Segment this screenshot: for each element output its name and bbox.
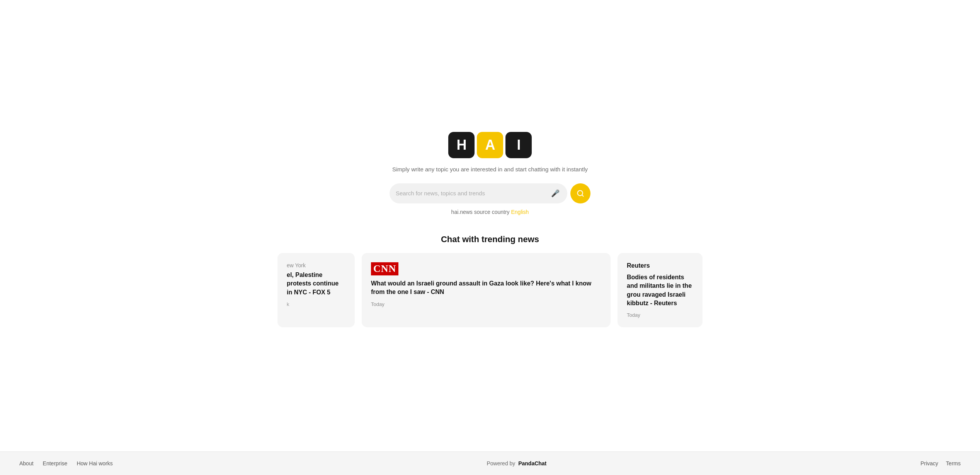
footer-link-about[interactable]: About xyxy=(19,460,34,466)
news-card-2-headline: Bodies of residents and militants lie in… xyxy=(627,273,693,308)
logo-h: H xyxy=(448,132,475,158)
cnn-logo: CNN xyxy=(371,262,398,275)
reuters-label: Reuters xyxy=(627,262,693,269)
logo: H A I xyxy=(448,132,532,158)
language-link[interactable]: English xyxy=(511,209,529,215)
footer-link-terms[interactable]: Terms xyxy=(946,460,961,466)
search-button[interactable] xyxy=(570,183,590,203)
search-icon xyxy=(577,190,584,197)
footer-left: About Enterprise How Hai works xyxy=(19,460,113,466)
search-input[interactable] xyxy=(396,190,550,196)
trending-section: Chat with trending news ew York el, Pale… xyxy=(277,234,703,328)
logo-i: I xyxy=(505,132,532,158)
tagline: Simply write any topic you are intereste… xyxy=(392,166,588,173)
search-input-wrapper: 🎤 xyxy=(390,183,567,203)
news-card-2-date: Today xyxy=(627,312,693,318)
trending-title: Chat with trending news xyxy=(277,234,703,244)
news-card-2[interactable]: Reuters Bodies of residents and militant… xyxy=(618,253,703,328)
main-content: H A I Simply write any topic you are int… xyxy=(0,0,980,451)
footer-link-privacy[interactable]: Privacy xyxy=(920,460,938,466)
news-card-1[interactable]: CNN What would an Israeli ground assault… xyxy=(362,253,611,328)
logo-a: A xyxy=(477,132,503,158)
news-card-0[interactable]: ew York el, Palestine protests continue … xyxy=(277,253,355,328)
news-cards-container: ew York el, Palestine protests continue … xyxy=(277,253,703,328)
footer: About Enterprise How Hai works Powered b… xyxy=(0,451,980,475)
news-card-1-date: Today xyxy=(371,301,601,307)
footer-link-how-hai-works[interactable]: How Hai works xyxy=(77,460,112,466)
news-card-0-headline: el, Palestine protests continue in NYC -… xyxy=(287,271,345,297)
search-container: 🎤 xyxy=(390,183,590,203)
footer-link-enterprise[interactable]: Enterprise xyxy=(43,460,68,466)
footer-powered-by: Powered by PandaChat xyxy=(487,460,546,466)
news-card-1-headline: What would an Israeli ground assault in … xyxy=(371,279,601,297)
microphone-icon[interactable]: 🎤 xyxy=(550,188,561,199)
footer-right: Privacy Terms xyxy=(920,460,961,466)
source-country: hai.news source country English xyxy=(451,209,529,215)
svg-line-1 xyxy=(582,195,584,196)
news-card-0-source-label: ew York xyxy=(287,262,345,268)
news-card-0-extra: k xyxy=(287,301,345,307)
